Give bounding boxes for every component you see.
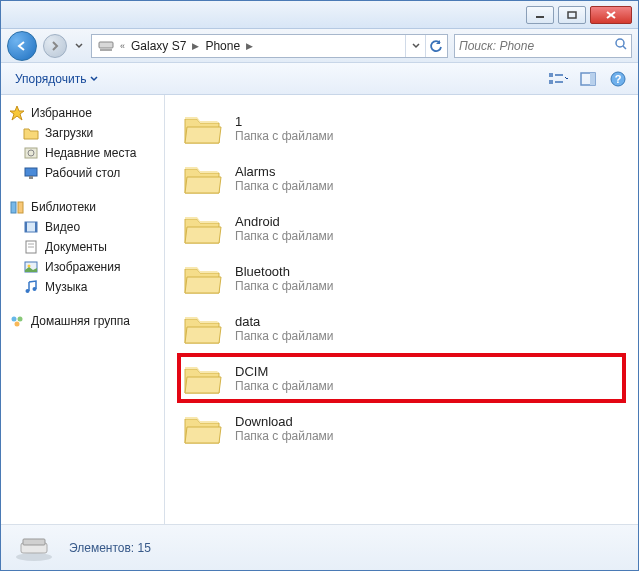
folder-icon bbox=[181, 159, 223, 197]
sidebar-item-recent[interactable]: Недавние места bbox=[5, 143, 160, 163]
sidebar-item-downloads[interactable]: Загрузки bbox=[5, 123, 160, 143]
star-icon bbox=[9, 105, 25, 121]
sidebar-item-documents[interactable]: Документы bbox=[5, 237, 160, 257]
folder-name: DCIM bbox=[235, 364, 334, 379]
view-options-button[interactable] bbox=[546, 68, 570, 90]
organize-button[interactable]: Упорядочить bbox=[9, 68, 104, 90]
folder-subtitle: Папка с файлами bbox=[235, 429, 334, 443]
music-icon bbox=[23, 279, 39, 295]
folder-icon bbox=[23, 125, 39, 141]
status-count: Элементов: 15 bbox=[69, 541, 151, 555]
search-input[interactable] bbox=[459, 39, 610, 53]
svg-rect-23 bbox=[25, 222, 27, 232]
recent-icon bbox=[23, 145, 39, 161]
folder-item[interactable]: AlarmsПапка с файлами bbox=[177, 153, 626, 203]
libraries-icon bbox=[9, 199, 25, 215]
svg-text:?: ? bbox=[615, 73, 622, 85]
folder-item[interactable]: BluetoothПапка с файлами bbox=[177, 253, 626, 303]
folder-name: Download bbox=[235, 414, 334, 429]
homegroup-icon bbox=[9, 313, 25, 329]
folder-item[interactable]: 1Папка с файлами bbox=[177, 103, 626, 153]
svg-point-30 bbox=[26, 289, 30, 293]
folder-item[interactable]: AndroidПапка с файлами bbox=[177, 203, 626, 253]
search-box[interactable] bbox=[454, 34, 632, 58]
pictures-icon bbox=[23, 259, 39, 275]
svg-point-34 bbox=[15, 322, 20, 327]
status-bar: Элементов: 15 bbox=[1, 524, 638, 570]
svg-rect-5 bbox=[100, 49, 112, 51]
folder-icon bbox=[181, 259, 223, 297]
svg-rect-13 bbox=[590, 73, 595, 85]
minimize-button[interactable] bbox=[526, 6, 554, 24]
document-icon bbox=[23, 239, 39, 255]
explorer-window: « Galaxy S7 ▶ Phone ▶ Упорядочить bbox=[0, 0, 639, 571]
chevron-right-icon: ▶ bbox=[244, 41, 255, 51]
folder-name: 1 bbox=[235, 114, 334, 129]
search-icon bbox=[614, 37, 628, 55]
sidebar-item-desktop[interactable]: Рабочий стол bbox=[5, 163, 160, 183]
svg-point-31 bbox=[33, 287, 37, 291]
sidebar-favorites-header[interactable]: Избранное bbox=[5, 103, 160, 123]
folder-icon bbox=[181, 309, 223, 347]
chevron-left-icon: « bbox=[118, 41, 127, 51]
svg-point-33 bbox=[18, 317, 23, 322]
folder-name: Android bbox=[235, 214, 334, 229]
svg-point-35 bbox=[16, 553, 52, 561]
svg-point-6 bbox=[616, 39, 624, 47]
svg-rect-1 bbox=[568, 12, 576, 18]
breadcrumb-current[interactable]: Phone bbox=[201, 39, 244, 53]
nav-forward-button[interactable] bbox=[43, 34, 67, 58]
breadcrumb-dropdown[interactable] bbox=[405, 35, 425, 57]
folder-icon bbox=[181, 359, 223, 397]
svg-rect-21 bbox=[18, 202, 23, 213]
close-button[interactable] bbox=[590, 6, 632, 24]
sidebar-item-pictures[interactable]: Изображения bbox=[5, 257, 160, 277]
folder-subtitle: Папка с файлами bbox=[235, 179, 334, 193]
svg-rect-10 bbox=[549, 80, 553, 84]
folder-icon bbox=[181, 109, 223, 147]
device-icon bbox=[94, 40, 118, 52]
sidebar-item-music[interactable]: Музыка bbox=[5, 277, 160, 297]
preview-pane-button[interactable] bbox=[576, 68, 600, 90]
video-icon bbox=[23, 219, 39, 235]
folder-subtitle: Папка с файлами bbox=[235, 379, 334, 393]
titlebar bbox=[1, 1, 638, 29]
svg-rect-24 bbox=[35, 222, 37, 232]
address-bar: « Galaxy S7 ▶ Phone ▶ bbox=[1, 29, 638, 63]
refresh-button[interactable] bbox=[425, 35, 445, 57]
folder-item[interactable]: dataПапка с файлами bbox=[177, 303, 626, 353]
svg-rect-20 bbox=[11, 202, 16, 213]
nav-back-button[interactable] bbox=[7, 31, 37, 61]
svg-rect-37 bbox=[23, 539, 45, 545]
chevron-right-icon: ▶ bbox=[190, 41, 201, 51]
svg-rect-11 bbox=[555, 81, 563, 83]
help-button[interactable]: ? bbox=[606, 68, 630, 90]
device-icon bbox=[13, 533, 55, 563]
folder-name: data bbox=[235, 314, 334, 329]
svg-rect-4 bbox=[99, 42, 113, 48]
folder-content[interactable]: 1Папка с файламиAlarmsПапка с файламиAnd… bbox=[165, 95, 638, 524]
folder-subtitle: Папка с файлами bbox=[235, 329, 334, 343]
folder-icon bbox=[181, 409, 223, 447]
maximize-button[interactable] bbox=[558, 6, 586, 24]
folder-item[interactable]: DownloadПапка с файлами bbox=[177, 403, 626, 453]
svg-line-7 bbox=[623, 46, 626, 49]
folder-subtitle: Папка с файлами bbox=[235, 129, 334, 143]
toolbar: Упорядочить ? bbox=[1, 63, 638, 95]
folder-name: Alarms bbox=[235, 164, 334, 179]
svg-rect-19 bbox=[29, 176, 33, 179]
svg-rect-18 bbox=[25, 168, 37, 176]
nav-history-dropdown[interactable] bbox=[73, 43, 85, 49]
sidebar-item-video[interactable]: Видео bbox=[5, 217, 160, 237]
folder-name: Bluetooth bbox=[235, 264, 334, 279]
sidebar-libraries-header[interactable]: Библиотеки bbox=[5, 197, 160, 217]
breadcrumb-parent[interactable]: Galaxy S7 bbox=[127, 39, 190, 53]
sidebar-homegroup-header[interactable]: Домашняя группа bbox=[5, 311, 160, 331]
svg-rect-9 bbox=[555, 74, 563, 76]
navigation-pane: Избранное Загрузки Недавние места Рабочи… bbox=[1, 95, 165, 524]
folder-subtitle: Папка с файлами bbox=[235, 279, 334, 293]
body: Избранное Загрузки Недавние места Рабочи… bbox=[1, 95, 638, 524]
chevron-down-icon bbox=[90, 76, 98, 82]
breadcrumb[interactable]: « Galaxy S7 ▶ Phone ▶ bbox=[91, 34, 448, 58]
folder-item[interactable]: DCIMПапка с файлами bbox=[177, 353, 626, 403]
